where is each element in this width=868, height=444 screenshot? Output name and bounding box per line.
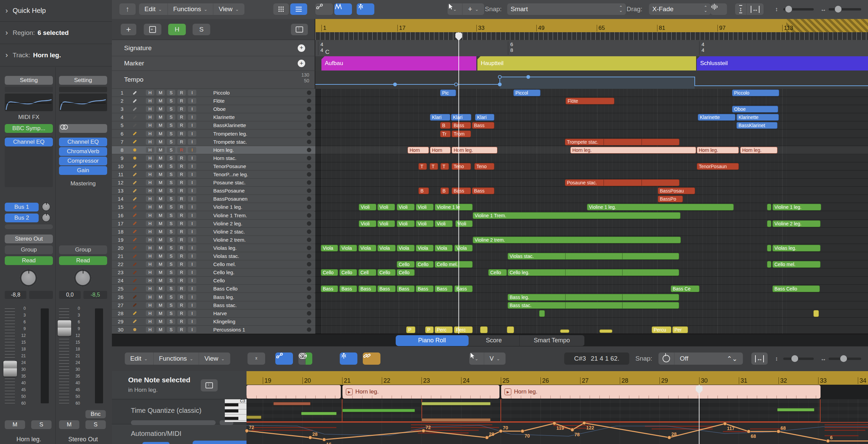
track-header-violine-1-leg-[interactable]: 15HMSRIVioline 1 leg.: [112, 203, 315, 211]
hide-button[interactable]: H: [146, 319, 154, 324]
edit-menu[interactable]: Edit⌄: [125, 352, 154, 365]
mute-button[interactable]: M: [5, 420, 25, 429]
hide-button[interactable]: H: [146, 261, 154, 267]
region-violi[interactable]: Violi: [455, 220, 473, 227]
setting-button[interactable]: Setting: [5, 76, 53, 85]
record-button[interactable]: R: [177, 310, 186, 316]
audio-fx-slot[interactable]: ChromaVerb: [59, 147, 107, 156]
functions-menu[interactable]: Functions⌄: [168, 3, 213, 15]
region-oboe[interactable]: Oboe: [732, 106, 778, 113]
eq-thumbnail[interactable]: [5, 94, 53, 111]
region-violine-1-le[interactable]: Violine 1 le: [435, 204, 473, 210]
input-monitor-button[interactable]: I: [188, 278, 196, 283]
solo-button[interactable]: S: [167, 196, 175, 202]
play-icon[interactable]: ▶: [346, 388, 353, 395]
solo-button[interactable]: S: [167, 180, 175, 185]
region-viola[interactable]: Viola: [435, 245, 453, 251]
track-header-violine-2-trem-[interactable]: 19HMSRIVioline 2 trem.: [112, 236, 315, 244]
region-t[interactable]: T: [440, 163, 449, 170]
region-piccol[interactable]: Piccol: [513, 89, 540, 96]
left-click-tool[interactable]: ⌄: [448, 3, 462, 15]
input-monitor-button[interactable]: I: [188, 188, 196, 194]
mute-button[interactable]: M: [156, 319, 165, 324]
command-click-tool[interactable]: V⌄: [484, 352, 506, 365]
mute-button[interactable]: M: [156, 213, 165, 218]
input-monitor-button[interactable]: I: [188, 327, 196, 332]
track-name[interactable]: BassKlarinette: [213, 122, 307, 128]
track-name[interactable]: Violas stac.: [213, 253, 307, 259]
piano-roll-note-area[interactable]: [246, 399, 868, 422]
record-button[interactable]: R: [177, 204, 186, 210]
marker-track-header[interactable]: Marker +: [112, 56, 315, 71]
region-cello[interactable]: Cello: [488, 269, 507, 276]
track-name[interactable]: Oboe: [213, 106, 307, 112]
automation-mode-button[interactable]: Read: [59, 256, 107, 265]
hide-button[interactable]: H: [146, 327, 154, 332]
track-name[interactable]: Piccolo: [213, 90, 307, 96]
mute-button[interactable]: M: [156, 221, 165, 226]
record-button[interactable]: R: [177, 188, 186, 194]
region-violi[interactable]: Violi: [416, 220, 434, 227]
region-perc[interactable]: Perc: [435, 326, 453, 333]
region-bass[interactable]: Bass: [358, 285, 376, 292]
horizontal-auto-zoom-button[interactable]: ↔: [747, 3, 764, 15]
automation-param-button[interactable]: [142, 442, 170, 444]
tab-piano-roll[interactable]: Piano Roll: [396, 335, 469, 346]
region-bass[interactable]: Bass: [472, 122, 494, 129]
region[interactable]: [480, 326, 488, 333]
solo-button[interactable]: S: [167, 229, 175, 235]
track-header-violine-2-stac-[interactable]: 18HMSRIVioline 2 stac.: [112, 228, 315, 236]
solo-button[interactable]: S: [167, 237, 175, 243]
input-monitor-button[interactable]: I: [188, 114, 196, 120]
marker-aufbau[interactable]: Aufbau: [321, 56, 476, 70]
snap-power-button[interactable]: [658, 352, 674, 365]
track-name[interactable]: Bass stac.: [213, 302, 307, 308]
record-button[interactable]: R: [177, 147, 186, 153]
audio-fx-slot[interactable]: Channel EQ: [59, 138, 107, 146]
midi-draw-button[interactable]: [334, 3, 352, 15]
region-bassklarinet[interactable]: BassKlarinet: [736, 122, 777, 129]
audio-fx-slot[interactable]: Channel EQ: [5, 138, 53, 146]
waveform-zoom-button[interactable]: [711, 3, 727, 15]
grid-view-button[interactable]: [273, 3, 289, 15]
region-per[interactable]: Per: [672, 326, 688, 333]
vertical-zoom-slider[interactable]: [783, 8, 814, 11]
solo-button[interactable]: S: [167, 286, 175, 291]
hide-button[interactable]: H: [146, 286, 154, 291]
mute-button[interactable]: M: [156, 98, 165, 104]
hide-button[interactable]: H: [146, 171, 154, 177]
track-header-trompete-stac-[interactable]: 7HMSRITrompete stac.: [112, 138, 315, 146]
mute-button[interactable]: M: [156, 327, 165, 332]
region-bassposau[interactable]: BassPosau: [658, 187, 695, 194]
record-button[interactable]: R: [177, 294, 186, 300]
record-button[interactable]: R: [177, 327, 186, 332]
hide-button[interactable]: H: [146, 180, 154, 185]
solo-button[interactable]: S: [167, 278, 175, 283]
track-header-percussions-1[interactable]: 30HMSRIPercussions 1: [112, 326, 315, 334]
mute-button[interactable]: M: [156, 90, 165, 96]
region-bass-cello[interactable]: Bass Cello: [772, 285, 820, 292]
instrument-slot[interactable]: BBC Symp...: [5, 124, 53, 133]
region-bass[interactable]: Bass: [416, 285, 434, 292]
region-horn-leg-[interactable]: Horn leg.: [570, 147, 696, 154]
hide-button[interactable]: H: [146, 114, 154, 120]
mute-button[interactable]: M: [156, 188, 165, 194]
region-cello[interactable]: Cello: [416, 261, 434, 268]
automation-show-button[interactable]: [315, 3, 333, 15]
hide-button[interactable]: H: [146, 229, 154, 235]
hide-button[interactable]: H: [146, 310, 154, 316]
input-monitor-button[interactable]: I: [188, 180, 196, 185]
track-name[interactable]: Cello mel.: [213, 261, 307, 267]
functions-menu[interactable]: Functions⌄: [154, 352, 199, 365]
region[interactable]: [767, 261, 771, 268]
mute-button[interactable]: M: [156, 237, 165, 243]
hide-button[interactable]: H: [146, 90, 154, 96]
track-inspector-disclosure[interactable]: › Track: Horn leg.: [0, 44, 112, 66]
hide-button[interactable]: H: [146, 147, 154, 153]
send-slot[interactable]: Bus 2: [5, 214, 39, 222]
mastering-label[interactable]: Mastering: [57, 180, 109, 187]
region-teno[interactable]: Teno: [452, 163, 471, 170]
marker-schlussteil[interactable]: Schlussteil: [697, 56, 868, 70]
drag-dropdown[interactable]: X-Fade⌃⌄: [649, 3, 711, 15]
record-button[interactable]: R: [177, 90, 186, 96]
